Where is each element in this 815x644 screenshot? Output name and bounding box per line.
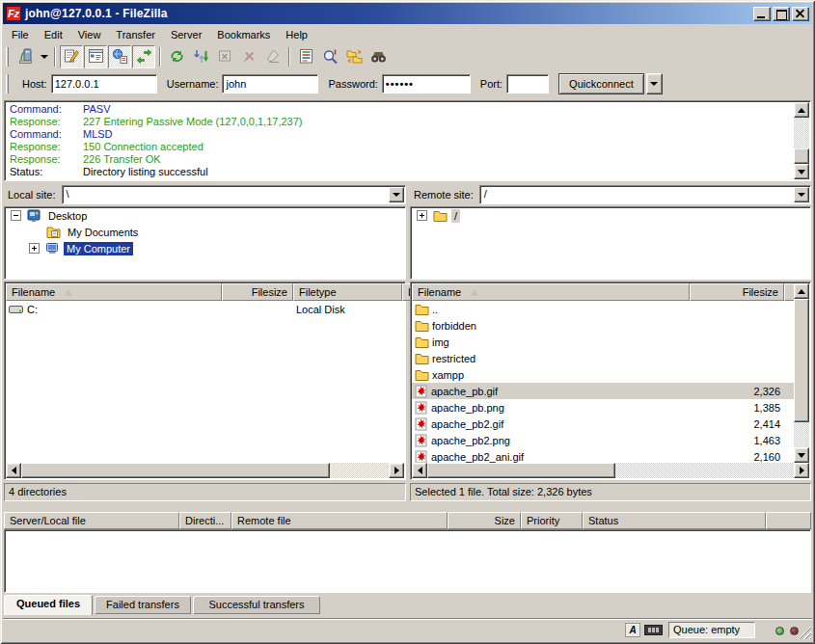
column-header-direction[interactable]: Directi... xyxy=(179,512,231,529)
file-row[interactable]: img xyxy=(412,334,794,350)
local-list-header: Filename Filesize Filetype L xyxy=(6,283,404,301)
remote-list-hscrollbar[interactable] xyxy=(412,463,809,478)
quickconnect-grip[interactable] xyxy=(6,74,9,94)
scrollbar-thumb[interactable] xyxy=(794,148,809,164)
file-row[interactable]: apache_pb2.gif 2,414 xyxy=(412,416,794,432)
file-row[interactable]: forbidden xyxy=(412,317,794,334)
message-log-lines: Command:PASV Response:227 Entering Passi… xyxy=(6,102,794,179)
toggle-remote-tree-button[interactable] xyxy=(108,45,131,68)
file-row[interactable]: apache_pb.png 1,385 xyxy=(412,399,794,416)
password-input[interactable] xyxy=(382,74,471,94)
tab-failed-transfers[interactable]: Failed transfers xyxy=(95,596,191,614)
tree-item-my-documents[interactable]: My Documents xyxy=(5,224,405,240)
file-row[interactable]: apache_pb2.png 1,463 xyxy=(412,432,794,448)
compare-directories-button[interactable] xyxy=(318,45,341,68)
remote-site-dropdown[interactable] xyxy=(794,187,809,202)
file-row[interactable]: restricted xyxy=(412,350,794,366)
toolbar-grip[interactable] xyxy=(6,47,9,67)
scroll-down-button[interactable] xyxy=(794,164,809,179)
local-list-hscrollbar[interactable] xyxy=(6,463,404,478)
scroll-left-button[interactable] xyxy=(6,463,21,478)
toggle-transfer-queue-button[interactable] xyxy=(132,45,155,68)
menu-view[interactable]: View xyxy=(70,27,109,42)
close-button[interactable] xyxy=(792,7,809,21)
tree-item-desktop[interactable]: Desktop xyxy=(5,207,405,224)
scroll-down-button[interactable] xyxy=(794,447,809,463)
scroll-up-button[interactable] xyxy=(794,283,809,299)
local-site-dropdown[interactable] xyxy=(389,187,404,202)
horizontal-splitter[interactable] xyxy=(4,502,811,511)
tree-item-root[interactable]: / xyxy=(411,207,810,224)
file-row-selected[interactable]: apache_pb.gif 2,326 xyxy=(412,383,794,399)
column-header-remote-file[interactable]: Remote file xyxy=(231,512,448,529)
remote-list-vscrollbar[interactable] xyxy=(794,283,809,463)
local-site-label: Local site: xyxy=(4,189,62,201)
transfer-type-indicator-icon[interactable]: A xyxy=(625,623,640,637)
menu-edit[interactable]: Edit xyxy=(37,27,70,42)
toggle-local-tree-button[interactable] xyxy=(84,45,107,68)
maximize-button[interactable] xyxy=(773,7,790,21)
collapse-icon[interactable] xyxy=(11,210,21,221)
scroll-right-button[interactable] xyxy=(794,463,809,478)
filezilla-logo-icon[interactable]: Fz xyxy=(6,6,21,21)
file-name: apache_pb.png xyxy=(431,402,504,414)
file-row[interactable]: .. xyxy=(412,301,794,317)
find-files-button[interactable] xyxy=(367,45,390,68)
expand-icon[interactable] xyxy=(29,243,40,254)
menu-help[interactable]: Help xyxy=(278,27,315,42)
encryption-indicator-icon[interactable] xyxy=(644,625,663,635)
site-manager-button[interactable] xyxy=(14,45,37,68)
toolbar-separator xyxy=(159,47,161,67)
port-input[interactable] xyxy=(506,74,549,94)
queue-list[interactable] xyxy=(4,529,811,593)
host-input[interactable] xyxy=(51,74,157,94)
vertical-splitter[interactable] xyxy=(406,185,410,501)
column-header-filesize[interactable]: Filesize xyxy=(690,283,784,301)
column-header-filetype[interactable]: Filetype xyxy=(293,283,402,301)
file-row[interactable]: apache_pb2_ani.gif 2,160 xyxy=(412,448,794,463)
menu-file[interactable]: File xyxy=(4,27,37,42)
expand-icon[interactable] xyxy=(417,210,427,221)
tree-item-my-computer[interactable]: My Computer xyxy=(5,240,405,256)
minimize-button[interactable] xyxy=(753,7,771,21)
file-row[interactable]: xampp xyxy=(412,366,794,383)
scroll-left-button[interactable] xyxy=(412,463,427,478)
filter-button[interactable] xyxy=(294,45,317,68)
file-name: img xyxy=(432,336,449,348)
menu-bookmarks[interactable]: Bookmarks xyxy=(209,27,278,42)
reconnect-button[interactable] xyxy=(261,45,285,68)
quickconnect-button[interactable]: Quickconnect xyxy=(558,73,644,94)
column-header-status[interactable]: Status xyxy=(583,512,766,529)
log-scrollbar[interactable] xyxy=(794,102,809,179)
site-manager-dropdown[interactable] xyxy=(38,45,50,68)
menu-server[interactable]: Server xyxy=(163,27,209,42)
column-header-filename[interactable]: Filename xyxy=(6,283,222,301)
local-site-combo[interactable]: \ xyxy=(62,185,406,204)
toolbar xyxy=(4,44,811,69)
scrollbar-thumb[interactable] xyxy=(21,463,330,478)
tab-successful-transfers[interactable]: Successful transfers xyxy=(193,596,320,614)
scroll-up-button[interactable] xyxy=(794,102,809,118)
scrollbar-thumb[interactable] xyxy=(427,463,615,478)
scroll-right-button[interactable] xyxy=(389,463,404,478)
scrollbar-thumb[interactable] xyxy=(794,299,809,422)
synchronized-browsing-button[interactable] xyxy=(342,45,366,68)
menu-transfer[interactable]: Transfer xyxy=(108,27,163,42)
column-header-filename[interactable]: Filename xyxy=(412,283,690,301)
toggle-message-log-button[interactable] xyxy=(60,45,83,68)
column-header-server-local-file[interactable]: Server/Local file xyxy=(4,512,179,529)
column-header-priority[interactable]: Priority xyxy=(521,512,583,529)
username-input[interactable] xyxy=(222,74,318,94)
disconnect-button[interactable] xyxy=(237,45,260,68)
port-label: Port: xyxy=(480,78,503,90)
column-header-filesize[interactable]: Filesize xyxy=(222,283,293,301)
column-header-size[interactable]: Size xyxy=(448,512,521,529)
process-queue-button[interactable] xyxy=(189,45,212,68)
tab-queued-files[interactable]: Queued files xyxy=(4,595,93,615)
refresh-button[interactable] xyxy=(165,45,188,68)
file-row-c-drive[interactable]: C: Local Disk xyxy=(6,301,404,317)
cancel-button[interactable] xyxy=(213,45,236,68)
resize-grip[interactable] xyxy=(798,626,811,639)
quickconnect-dropdown[interactable] xyxy=(646,73,663,94)
remote-site-combo[interactable]: / xyxy=(479,185,811,204)
